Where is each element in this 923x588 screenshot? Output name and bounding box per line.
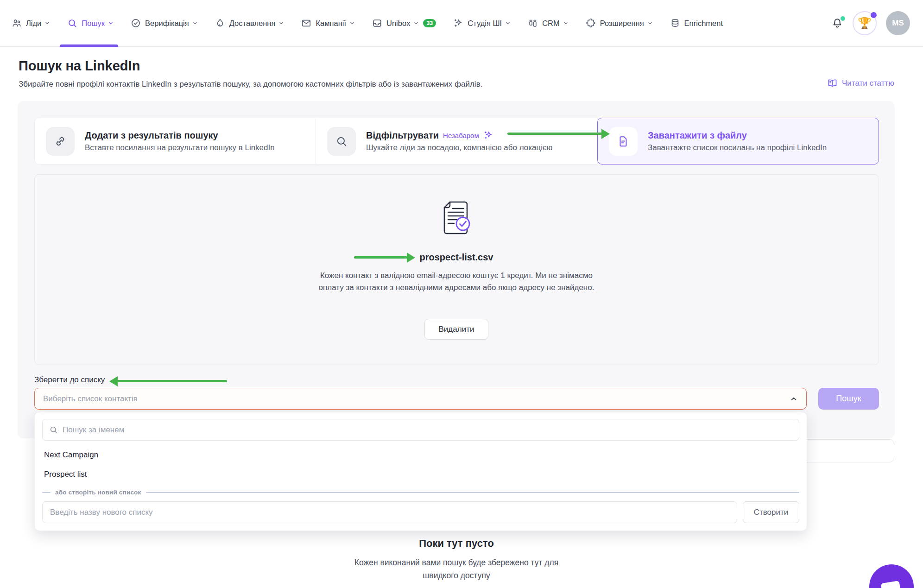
rewards-dot — [871, 12, 877, 18]
inbox-icon — [372, 18, 382, 28]
chevron-down-icon — [108, 20, 114, 26]
notifications-button[interactable] — [831, 17, 843, 29]
sparkles-icon — [483, 130, 493, 140]
chevron-down-icon — [278, 20, 284, 26]
nav-item-label: Студія ШІ — [468, 19, 502, 28]
chevron-down-icon — [563, 20, 569, 26]
read-article-label: Читати статтю — [842, 79, 894, 88]
dropdown-search[interactable] — [42, 419, 799, 441]
users-icon — [12, 18, 22, 28]
tab-subtitle: Завантажте список посилань на профілі Li… — [648, 143, 827, 152]
divider-label: або створіть новий список — [55, 489, 141, 496]
kanban-icon — [528, 18, 538, 28]
chat-widget-button[interactable] — [869, 564, 914, 588]
nav-item-label: Верифікація — [145, 19, 189, 28]
divider-line — [146, 492, 799, 493]
chevron-down-icon — [647, 20, 653, 26]
nav-item-enrichment[interactable]: Enrichment — [670, 0, 723, 46]
nav-item-unibox[interactable]: Unibox 33 — [372, 0, 436, 46]
nav-item-leads[interactable]: Ліди — [12, 0, 50, 46]
chevron-down-icon — [192, 20, 198, 26]
nav-item-label: Ліди — [26, 19, 41, 28]
nav-item-label: Кампанії — [316, 19, 346, 28]
chevron-down-icon — [505, 20, 511, 26]
nav-item-verification[interactable]: Верифікація — [131, 0, 198, 46]
uploaded-document-icon — [434, 196, 479, 241]
tab-add-from-search-results[interactable]: Додати з результатів пошуку Вставте поси… — [34, 118, 316, 164]
uploaded-file-name: prospect-list.csv — [0, 252, 913, 263]
nav-item-deliverability[interactable]: Доставлення — [215, 0, 284, 46]
tab-filter[interactable]: Відфільтрувати Незабаром Шукайте ліди за… — [316, 118, 597, 164]
contact-list-select[interactable]: Виберіть список контактів — [34, 388, 807, 410]
chevron-down-icon — [413, 20, 419, 26]
link-icon — [46, 127, 75, 156]
create-list-row: Створити — [42, 501, 799, 523]
tab-title: Відфільтрувати Незабаром — [366, 130, 553, 141]
page-title: Пошук на LinkedIn — [19, 58, 140, 74]
new-list-name-input[interactable] — [42, 501, 737, 523]
source-tabs: Додати з результатів пошуку Вставте поси… — [34, 118, 879, 164]
nav-item-search[interactable]: Пошук — [67, 0, 114, 46]
nav-item-label: Доставлення — [229, 19, 276, 28]
contact-list-dropdown: Next Campaign Prospect list або створіть… — [34, 412, 807, 531]
book-icon — [827, 78, 838, 89]
check-circle-icon — [131, 18, 141, 28]
coming-soon-badge: Незабаром — [443, 132, 479, 139]
delete-file-button[interactable]: Видалити — [424, 319, 488, 340]
read-article-link[interactable]: Читати статтю — [827, 78, 894, 89]
rewards-button[interactable]: 🏆 — [853, 11, 877, 35]
nav-item-label: Unibox — [386, 19, 410, 28]
search-submit-button[interactable]: Пошук — [818, 388, 879, 410]
annotation-arrow-to-upload-tab — [507, 133, 602, 135]
page-subtitle: Збирайте повні профілі контактів LinkedI… — [19, 80, 482, 89]
empty-state-text: Кожен виконаний вами пошук буде збережен… — [348, 556, 565, 582]
tab-upload-from-file[interactable]: Завантажити з файлу Завантажте список по… — [597, 118, 879, 164]
search-icon — [67, 18, 77, 28]
file-icon — [609, 127, 638, 156]
tab-title: Додати з результатів пошуку — [85, 130, 275, 141]
search-icon — [49, 425, 58, 434]
notification-dot — [840, 15, 846, 22]
navbar-right: 🏆 MS — [831, 11, 910, 35]
empty-state-title: Поки тут пусто — [0, 537, 913, 550]
annotation-arrow-to-filename — [354, 256, 408, 259]
nav-item-label: Enrichment — [684, 19, 723, 28]
puzzle-icon — [586, 18, 596, 28]
list-item-prospect-list[interactable]: Prospect list — [35, 465, 807, 484]
create-list-divider: або створіть новий список — [42, 489, 799, 496]
tab-subtitle: Вставте посилання на результати пошуку в… — [85, 143, 275, 152]
unibox-count-badge: 33 — [423, 19, 436, 28]
flame-icon — [215, 18, 225, 28]
tab-title: Завантажити з файлу — [648, 130, 827, 141]
chevron-down-icon — [44, 20, 50, 26]
active-nav-underline — [60, 44, 118, 47]
nav-item-crm[interactable]: CRM — [528, 0, 569, 46]
chevron-up-icon — [790, 395, 798, 403]
search-icon — [327, 127, 356, 156]
nav-item-label: Розширення — [600, 19, 644, 28]
credit-note: Кожен контакт з валідною email-адресою к… — [313, 270, 600, 294]
database-icon — [670, 18, 680, 28]
top-navbar: Ліди Пошук Верифікація Доставлення — [0, 0, 923, 47]
nav-item-campaigns[interactable]: Кампанії — [301, 0, 355, 46]
select-placeholder: Виберіть список контактів — [43, 394, 138, 404]
annotation-arrow-to-save-label — [117, 380, 227, 382]
nav-item-ai-studio[interactable]: Студія ШІ — [453, 0, 511, 46]
save-to-list-label: Зберегти до списку — [34, 375, 105, 385]
mail-icon — [301, 18, 311, 28]
dropdown-search-input[interactable] — [63, 425, 792, 435]
user-avatar[interactable]: MS — [886, 11, 910, 35]
list-item-next-campaign[interactable]: Next Campaign — [35, 445, 807, 465]
create-list-button[interactable]: Створити — [743, 501, 799, 523]
chevron-down-icon — [349, 20, 355, 26]
nav-item-label: CRM — [542, 19, 560, 28]
nav-item-label: Пошук — [82, 19, 105, 28]
divider-line — [42, 492, 51, 493]
chat-bubble-icon — [881, 581, 902, 588]
trophy-icon: 🏆 — [858, 17, 872, 30]
nav-item-extensions[interactable]: Розширення — [586, 0, 653, 46]
sparkles-icon — [453, 18, 463, 28]
tab-subtitle: Шукайте ліди за посадою, компанією або л… — [366, 143, 553, 152]
